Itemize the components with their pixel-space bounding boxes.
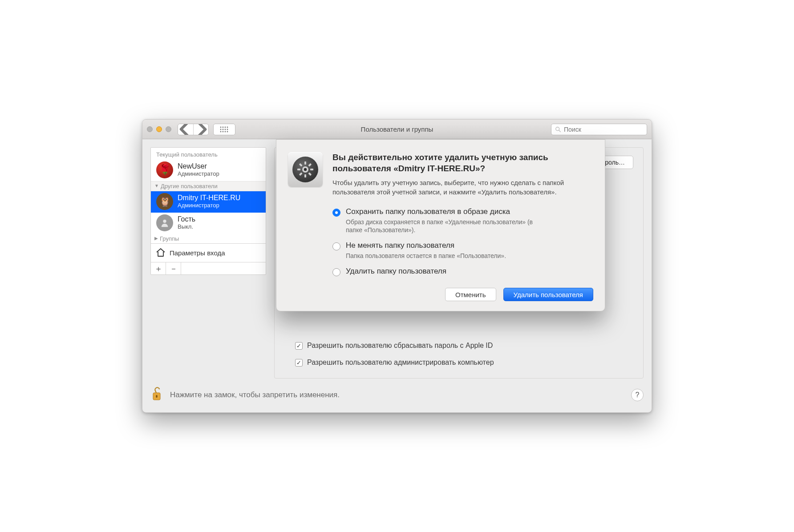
sidebar-user-dmitry[interactable]: 🦉 Dmitry IT-HERE.RU Администратор [151, 191, 266, 213]
radio-desc: Образ диска сохраняется в папке «Удаленн… [346, 218, 537, 234]
delete-user-dialog: Вы действительно хотите удалить учетную … [276, 139, 605, 311]
checkbox-checked-icon: ✓ [295, 342, 303, 350]
dialog-description: Чтобы удалить эту учетную запись, выбери… [332, 178, 593, 197]
svg-rect-23 [299, 172, 303, 176]
checkbox-checked-icon: ✓ [295, 359, 303, 367]
svg-rect-21 [310, 169, 313, 170]
avatar-guest-icon [156, 214, 173, 231]
back-button[interactable] [178, 124, 193, 135]
help-button[interactable]: ? [631, 389, 644, 401]
radio-label: Не менять папку пользователя [346, 241, 506, 250]
avatar-rose-icon: 🌹 [156, 161, 173, 178]
zoom-window-button[interactable] [166, 126, 171, 132]
svg-rect-20 [297, 169, 300, 170]
titlebar: Пользователи и группы [142, 120, 652, 139]
disclosure-down-icon: ▼ [154, 183, 159, 188]
search-icon [555, 126, 561, 133]
login-options-row[interactable]: Параметры входа [151, 243, 266, 262]
svg-point-0 [220, 126, 222, 128]
preferences-window: Пользователи и группы Текущий пользовате… [142, 119, 652, 413]
add-user-button[interactable]: ＋ [151, 262, 166, 274]
delete-user-button[interactable]: Удалить пользователя [503, 288, 593, 301]
svg-point-5 [223, 129, 224, 130]
nav-back-forward [178, 124, 209, 135]
svg-rect-16 [156, 395, 157, 398]
svg-point-4 [220, 129, 222, 130]
svg-point-9 [223, 131, 224, 132]
option-keep-folder[interactable]: Не менять папку пользователя Папка польз… [332, 241, 593, 260]
house-icon [155, 247, 166, 258]
lock-row: Нажмите на замок, чтобы запретить измене… [150, 387, 644, 403]
user-name: NewUser [178, 162, 219, 170]
svg-point-6 [225, 129, 226, 130]
groups-header[interactable]: ▶ Группы [151, 234, 266, 243]
svg-line-13 [559, 130, 560, 131]
svg-point-3 [227, 126, 228, 128]
check-label: Разрешить пользователю сбрасывать пароль… [307, 342, 493, 350]
dialog-title: Вы действительно хотите удалить учетную … [332, 152, 593, 174]
avatar-owl-icon: 🦉 [156, 193, 173, 210]
radio-unselected-icon [332, 242, 340, 250]
radio-selected-icon [332, 209, 340, 217]
svg-point-1 [223, 126, 224, 128]
system-prefs-icon [288, 152, 323, 187]
radio-label: Удалить папку пользователя [346, 267, 446, 276]
add-remove-row: ＋ － [151, 262, 266, 274]
lock-hint-text: Нажмите на замок, чтобы запретить измене… [170, 391, 340, 399]
allow-admin-checkbox[interactable]: ✓ Разрешить пользователю администрироват… [295, 359, 494, 367]
search-field[interactable] [551, 124, 647, 135]
svg-rect-18 [304, 161, 306, 165]
login-options-label: Параметры входа [170, 249, 225, 257]
disclosure-right-icon: ▶ [154, 236, 158, 241]
delete-options: Сохранить папку пользователя в образе ди… [332, 207, 593, 277]
svg-rect-19 [304, 174, 306, 177]
svg-rect-24 [299, 163, 303, 167]
current-user-header: Текущий пользователь [151, 148, 266, 160]
forward-button[interactable] [193, 124, 208, 135]
minimize-window-button[interactable] [156, 126, 162, 132]
sidebar-user-guest[interactable]: Гость Выкл. [151, 213, 266, 234]
svg-point-7 [227, 129, 228, 130]
svg-point-14 [163, 220, 166, 223]
close-window-button[interactable] [147, 126, 153, 132]
allow-appleid-reset-checkbox[interactable]: ✓ Разрешить пользователю сбрасывать паро… [295, 342, 494, 350]
other-users-label: Другие пользователи [161, 183, 218, 189]
svg-point-8 [220, 131, 222, 132]
remove-user-button[interactable]: － [166, 262, 181, 274]
sidebar-user-newuser[interactable]: 🌹 NewUser Администратор [151, 160, 266, 181]
user-role: Выкл. [178, 224, 195, 230]
svg-point-26 [304, 168, 307, 171]
check-label: Разрешить пользователю администрировать … [307, 359, 494, 367]
lock-open-icon[interactable] [150, 387, 163, 403]
user-name: Гость [178, 215, 195, 223]
show-all-button[interactable] [213, 124, 235, 135]
user-role: Администратор [178, 202, 240, 209]
option-delete-folder[interactable]: Удалить папку пользователя [332, 267, 593, 276]
permission-checks: ✓ Разрешить пользователю сбрасывать паро… [295, 342, 494, 367]
window-controls [147, 126, 171, 132]
svg-point-10 [225, 131, 226, 132]
radio-desc: Папка пользователя остается в папке «Пол… [346, 252, 506, 260]
svg-rect-25 [308, 172, 312, 176]
svg-rect-22 [308, 163, 312, 167]
user-role: Администратор [178, 171, 219, 177]
radio-unselected-icon [332, 268, 340, 276]
svg-point-11 [227, 131, 228, 132]
other-users-header[interactable]: ▼ Другие пользователи [151, 181, 266, 191]
groups-label: Группы [160, 235, 179, 242]
user-name: Dmitry IT-HERE.RU [178, 194, 240, 202]
search-input[interactable] [564, 126, 643, 133]
cancel-button[interactable]: Отменить [445, 288, 496, 301]
svg-point-2 [225, 126, 226, 128]
option-save-disk-image[interactable]: Сохранить папку пользователя в образе ди… [332, 207, 593, 234]
radio-label: Сохранить папку пользователя в образе ди… [346, 207, 537, 216]
users-sidebar: Текущий пользователь 🌹 NewUser Администр… [150, 147, 266, 275]
